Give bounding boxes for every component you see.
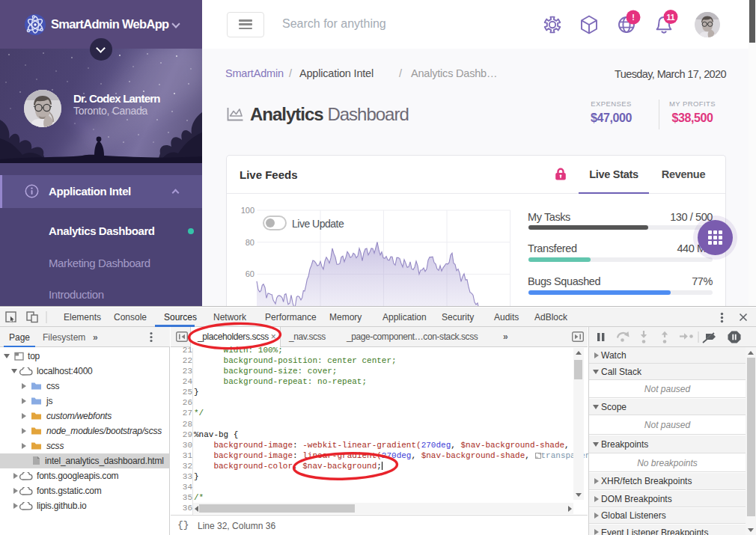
- svg-text:60: 60: [246, 269, 254, 278]
- svg-text:80: 80: [246, 238, 254, 247]
- svg-text:100: 100: [241, 206, 254, 215]
- svg-text:11: 11: [666, 13, 674, 22]
- svg-text:!: !: [632, 13, 635, 22]
